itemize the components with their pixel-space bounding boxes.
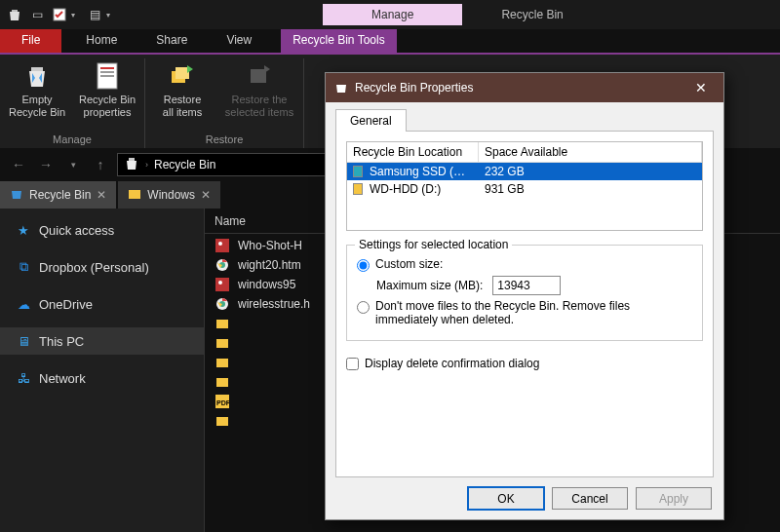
nav-item-label: Network xyxy=(39,371,86,386)
svg-point-12 xyxy=(218,242,222,246)
qat-properties-icon[interactable] xyxy=(49,4,70,25)
svg-rect-5 xyxy=(100,75,114,77)
restore-all-items-button[interactable]: Restore all items xyxy=(147,58,217,133)
close-tab-icon[interactable]: ✕ xyxy=(201,188,211,202)
settings-groupbox-legend: Settings for selected location xyxy=(355,238,512,251)
nav-onedrive[interactable]: ☁ OneDrive xyxy=(0,290,204,318)
empty-recycle-bin-button[interactable]: Empty Recycle Bin xyxy=(2,58,72,133)
ribbon-group-restore-label: Restore xyxy=(206,133,244,148)
dropbox-icon: ⧉ xyxy=(16,259,31,275)
cancel-button[interactable]: Cancel xyxy=(552,487,628,510)
file-name: wight20.htm xyxy=(238,258,301,272)
document-tab-recycle-bin[interactable]: Recycle Bin ✕ xyxy=(0,181,116,209)
checkbox-confirm-delete[interactable]: Display delete confirmation dialog xyxy=(346,357,703,370)
radio-custom-size-input[interactable] xyxy=(357,259,370,272)
folder-y-icon xyxy=(214,413,230,429)
nav-history-dropdown[interactable]: ▾ xyxy=(62,154,84,175)
radio-dont-move[interactable]: Don't move files to the Recycle Bin. Rem… xyxy=(357,299,692,326)
tab-view[interactable]: View xyxy=(207,29,271,53)
restore-all-label: Restore all items xyxy=(163,92,202,119)
folder-y-icon xyxy=(214,316,230,331)
drive-row[interactable]: WD-HDD (D:)931 GB xyxy=(347,180,702,198)
drive-list[interactable]: Recycle Bin Location Space Available Sam… xyxy=(346,141,703,231)
svg-rect-19 xyxy=(216,320,228,328)
image-icon xyxy=(214,238,230,253)
apply-button[interactable]: Apply xyxy=(636,487,712,510)
recycle-bin-empty-icon xyxy=(21,60,53,92)
window-title: Recycle Bin xyxy=(501,8,563,21)
max-size-input[interactable] xyxy=(492,276,561,295)
radio-dont-move-label: Don't move files to the Recycle Bin. Rem… xyxy=(375,299,668,326)
ribbon-context-header: Manage xyxy=(323,4,462,25)
pc-icon: 🖥 xyxy=(16,333,31,349)
recycle-bin-properties-button[interactable]: Recycle Bin properties xyxy=(72,58,142,133)
checkbox-confirm-delete-input[interactable] xyxy=(346,358,359,370)
dialog-tab-control: General Recycle Bin Location Space Avail… xyxy=(335,108,714,477)
onedrive-icon: ☁ xyxy=(16,296,31,312)
star-icon: ★ xyxy=(16,222,31,238)
restore-all-icon xyxy=(167,60,198,92)
drive-row[interactable]: Samsung SSD (…232 GB xyxy=(347,163,702,180)
svg-rect-15 xyxy=(215,278,229,291)
nav-up-button[interactable]: ↑ xyxy=(90,154,111,175)
tab-recycle-bin-tools[interactable]: Recycle Bin Tools xyxy=(281,29,397,53)
nav-back-button[interactable]: ← xyxy=(8,154,29,175)
qat-new-folder-icon[interactable]: ▭ xyxy=(26,4,48,25)
breadcrumb-separator-icon: › xyxy=(145,160,148,170)
radio-dont-move-input[interactable] xyxy=(357,301,370,314)
qat-recycle-bin-icon[interactable] xyxy=(4,4,25,25)
qat-properties-dropdown-icon[interactable]: ▾ xyxy=(71,11,83,19)
nav-item-label: This PC xyxy=(39,334,84,349)
properties-sheet-icon xyxy=(92,60,123,92)
svg-rect-1 xyxy=(31,67,43,71)
svg-rect-22 xyxy=(216,378,228,387)
svg-text:PDF: PDF xyxy=(216,399,229,406)
drive-icon xyxy=(353,183,363,195)
svg-rect-10 xyxy=(129,190,140,199)
svg-rect-8 xyxy=(251,69,266,83)
recycle-bin-properties-label: Recycle Bin properties xyxy=(79,92,136,119)
drive-location: WD-HDD (D:) xyxy=(370,182,441,196)
ok-button[interactable]: OK xyxy=(468,487,544,510)
close-tab-icon[interactable]: ✕ xyxy=(97,188,106,202)
tab-share[interactable]: Share xyxy=(136,29,207,53)
nav-item-label: OneDrive xyxy=(39,297,93,312)
navigation-pane: ★ Quick access ⧉ Dropbox (Personal) ☁ On… xyxy=(0,209,205,532)
nav-network[interactable]: 🖧 Network xyxy=(0,364,204,392)
nav-quick-access[interactable]: ★ Quick access xyxy=(0,216,204,244)
svg-rect-3 xyxy=(100,67,114,69)
max-size-label: Maximum size (MB): xyxy=(376,279,483,292)
nav-this-pc[interactable]: 🖥 This PC xyxy=(0,327,204,355)
folder-y-icon xyxy=(214,374,230,390)
svg-rect-20 xyxy=(216,339,228,348)
qat-more-dropdown-icon[interactable]: ▾ xyxy=(106,11,118,19)
folder-y-icon xyxy=(214,335,230,351)
window-titlebar: ▭ ▾ ▤ ▾ Manage Recycle Bin xyxy=(0,0,780,29)
radio-custom-size-label: Custom size: xyxy=(375,257,443,271)
drive-list-col-space[interactable]: Space Available xyxy=(479,142,702,162)
checkbox-confirm-delete-label: Display delete confirmation dialog xyxy=(365,357,539,370)
breadcrumb-location[interactable]: Recycle Bin xyxy=(154,158,215,171)
svg-rect-9 xyxy=(129,158,135,161)
radio-custom-size[interactable]: Custom size: xyxy=(357,257,692,272)
image-icon xyxy=(214,277,230,292)
document-tab-label: Windows xyxy=(147,188,195,202)
svg-rect-21 xyxy=(216,359,228,367)
qat-delete-icon[interactable]: ▤ xyxy=(84,4,105,25)
svg-rect-4 xyxy=(100,71,114,73)
tab-general[interactable]: General xyxy=(335,109,407,132)
nav-forward-button[interactable]: → xyxy=(35,154,57,175)
empty-recycle-bin-label: Empty Recycle Bin xyxy=(9,92,65,119)
drive-space: 931 GB xyxy=(479,180,702,198)
dialog-titlebar[interactable]: Recycle Bin Properties ✕ xyxy=(326,73,723,102)
document-tab-windows[interactable]: Windows ✕ xyxy=(118,181,220,209)
chrome-icon xyxy=(214,296,230,312)
nav-dropbox[interactable]: ⧉ Dropbox (Personal) xyxy=(0,253,204,281)
drive-list-col-location[interactable]: Recycle Bin Location xyxy=(347,142,479,162)
file-name: windows95 xyxy=(238,278,295,291)
dialog-close-button[interactable]: ✕ xyxy=(686,73,716,102)
drive-location: Samsung SSD (… xyxy=(370,165,465,178)
recycle-bin-properties-dialog: Recycle Bin Properties ✕ General Recycle… xyxy=(325,72,724,520)
tab-home[interactable]: Home xyxy=(66,29,136,53)
tab-file[interactable]: File xyxy=(0,29,61,53)
